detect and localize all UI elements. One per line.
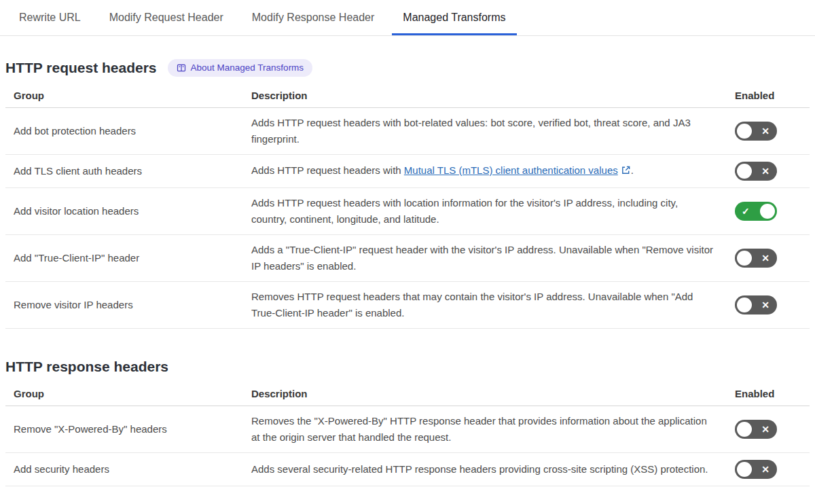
tab-label: Modify Response Header (252, 12, 375, 23)
table-header-row: Group Description Enabled (5, 384, 810, 406)
group-cell: Add "True-Client-IP" header (5, 235, 251, 282)
description-text: Adds HTTP request headers with (251, 164, 404, 176)
toggle-add-bot-protection-headers[interactable]: ✓ ✕ (735, 122, 777, 141)
toggle-knob (737, 124, 752, 139)
description-text: . (631, 164, 634, 176)
x-icon: ✕ (761, 166, 769, 176)
managed-transforms-panel: HTTP request headers About Managed Trans… (0, 59, 815, 486)
request-headers-section-title: HTTP request headers About Managed Trans… (5, 59, 810, 77)
table-row: Add "True-Client-IP" header Adds a "True… (5, 235, 810, 282)
column-header-group: Group (5, 384, 251, 406)
group-cell: Remove visitor IP headers (5, 282, 251, 329)
toggle-knob (737, 164, 752, 179)
x-icon: ✕ (761, 465, 769, 474)
column-header-enabled: Enabled (735, 384, 810, 406)
tab-managed-transforms[interactable]: Managed Transforms (392, 0, 516, 35)
toggle-remove-x-powered-by-headers[interactable]: ✓ ✕ (735, 420, 777, 439)
description-cell: Adds a "True-Client-IP" request header w… (251, 235, 735, 282)
toggle-knob (737, 251, 752, 266)
x-icon: ✕ (761, 126, 769, 136)
about-managed-transforms-link[interactable]: About Managed Transforms (168, 59, 313, 77)
table-row: Add security headers Adds several securi… (5, 453, 810, 486)
section-heading: HTTP request headers (5, 60, 157, 76)
toggle-remove-visitor-ip-headers[interactable]: ✓ ✕ (735, 295, 777, 314)
mtls-docs-link[interactable]: Mutual TLS (mTLS) client authentication … (404, 164, 618, 176)
book-icon (177, 63, 186, 73)
x-icon: ✕ (761, 425, 769, 434)
response-headers-table: Group Description Enabled Remove "X-Powe… (5, 384, 810, 486)
request-headers-table: Group Description Enabled Add bot protec… (5, 86, 810, 329)
description-cell: Adds HTTP request headers with location … (251, 188, 735, 235)
external-link-icon (621, 164, 631, 180)
description-cell: Removes the "X-Powered-By" HTTP response… (251, 406, 735, 453)
group-cell: Add bot protection headers (5, 108, 251, 155)
column-header-description: Description (251, 86, 735, 108)
group-cell: Add visitor location headers (5, 188, 251, 235)
description-cell: Removes HTTP request headers that may co… (251, 282, 735, 329)
toggle-knob (737, 298, 752, 312)
table-row: Add bot protection headers Adds HTTP req… (5, 108, 810, 155)
table-row: Remove visitor IP headers Removes HTTP r… (5, 282, 810, 329)
tab-label: Modify Request Header (109, 12, 223, 23)
toggle-add-true-client-ip-header[interactable]: ✓ ✕ (735, 249, 777, 268)
column-header-group: Group (5, 86, 251, 108)
table-header-row: Group Description Enabled (5, 86, 810, 108)
tab-label: Managed Transforms (403, 12, 505, 23)
toggle-knob (737, 422, 752, 437)
tab-modify-request-header[interactable]: Modify Request Header (98, 0, 234, 35)
column-header-enabled: Enabled (735, 86, 810, 108)
column-header-description: Description (251, 384, 735, 406)
description-cell: Adds several security-related HTTP respo… (251, 453, 735, 486)
description-cell: Adds HTTP request headers with bot-relat… (251, 108, 735, 155)
toggle-knob (760, 204, 775, 219)
group-cell: Add TLS client auth headers (5, 155, 251, 188)
toggle-add-security-headers[interactable]: ✓ ✕ (735, 460, 777, 479)
toggle-knob (737, 462, 752, 477)
tab-modify-response-header[interactable]: Modify Response Header (241, 0, 386, 35)
x-icon: ✕ (761, 300, 769, 310)
x-icon: ✕ (761, 253, 769, 263)
description-cell: Adds HTTP request headers with Mutual TL… (251, 155, 735, 188)
group-cell: Remove "X-Powered-By" headers (5, 406, 251, 453)
table-row: Add visitor location headers Adds HTTP r… (5, 188, 810, 235)
check-icon: ✓ (742, 206, 750, 216)
transform-rules-tabbar: Rewrite URL Modify Request Header Modify… (0, 0, 815, 36)
section-heading: HTTP response headers (5, 359, 168, 375)
table-row: Remove "X-Powered-By" headers Removes th… (5, 406, 810, 453)
response-headers-section-title: HTTP response headers (5, 359, 810, 375)
table-row: Add TLS client auth headers Adds HTTP re… (5, 155, 810, 188)
tab-rewrite-url[interactable]: Rewrite URL (8, 0, 92, 35)
group-cell: Add security headers (5, 453, 251, 486)
tab-label: Rewrite URL (19, 12, 81, 23)
toggle-add-tls-client-auth-headers[interactable]: ✓ ✕ (735, 162, 777, 181)
badge-label: About Managed Transforms (191, 63, 304, 73)
toggle-add-visitor-location-headers[interactable]: ✓ ✕ (735, 202, 777, 221)
